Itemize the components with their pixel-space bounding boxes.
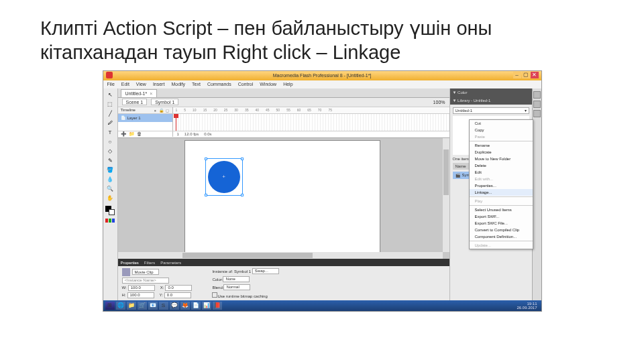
instance-name-field[interactable]: <Instance Name> — [122, 278, 169, 284]
menu-edit[interactable]: Edit — [121, 82, 129, 86]
height-field[interactable]: 100.0 — [127, 292, 154, 298]
color-panel-header[interactable]: ▼ Color — [450, 88, 532, 97]
time-display: 0.0s — [204, 132, 211, 136]
layer-name: Layer 1 — [127, 116, 141, 120]
blend-label: Blend: — [212, 285, 223, 289]
layer-tool-button[interactable]: ➕ — [121, 131, 127, 137]
ctx-copy[interactable]: Copy — [470, 127, 533, 133]
menu-modify[interactable]: Modify — [171, 82, 185, 86]
dock-icon[interactable] — [533, 101, 541, 108]
ctx-move-to-new-folder[interactable]: Move to New Folder — [470, 156, 533, 162]
tool-button[interactable]: ✋ — [105, 194, 115, 202]
taskbar-icon[interactable]: 📧 — [148, 302, 158, 310]
ctx-component-definition-[interactable]: Component Definition... — [470, 233, 533, 240]
w-label: W: — [122, 286, 127, 290]
ctx-paste: Paste — [470, 133, 533, 140]
ctx-select-unused-items[interactable]: Select Unused Items — [470, 206, 533, 213]
taskbar-icon[interactable]: 🦊 — [180, 302, 190, 310]
symbol-button[interactable]: Symbol 1 — [151, 99, 178, 105]
taskbar-clock[interactable]: 19:1126.09.2017 — [517, 302, 539, 310]
width-field[interactable]: 100.0 — [128, 285, 155, 291]
zoom-value[interactable]: 100% — [433, 100, 445, 105]
layer-tool-button[interactable]: 📁 — [129, 131, 135, 137]
taskbar-icon[interactable]: 🛒 — [138, 302, 147, 310]
props-tab[interactable]: Parameters — [160, 261, 181, 265]
taskbar-icon[interactable]: 📄 — [191, 302, 201, 310]
timeline-frames[interactable] — [173, 114, 449, 131]
menu-window[interactable]: Window — [260, 82, 276, 86]
ctx-linkage-[interactable]: Linkage... — [470, 189, 533, 196]
tool-button[interactable]: ╱ — [105, 110, 115, 118]
ctx-delete[interactable]: Delete — [470, 162, 533, 169]
dock-icon[interactable] — [533, 91, 541, 99]
ctx-duplicate[interactable]: Duplicate — [470, 149, 533, 156]
timeline-ruler[interactable]: 151015202530354045505560657075 — [173, 107, 449, 113]
stage-area[interactable]: + — [118, 138, 449, 259]
color-label: Color: — [212, 277, 223, 281]
window-titlebar[interactable]: Macromedia Flash Professional 8 - [Untit… — [103, 71, 541, 80]
tool-button[interactable]: ◇ — [105, 147, 115, 156]
timeline-layer[interactable]: Layer 1 — [118, 114, 172, 122]
menu-commands[interactable]: Commands — [207, 82, 231, 86]
library-doc-dropdown[interactable]: Untitled-1▾ — [453, 107, 529, 114]
ctx-export-swf-[interactable]: Export SWF... — [470, 213, 533, 220]
minimize-button[interactable]: – — [513, 72, 521, 78]
color-swatch[interactable] — [105, 206, 115, 215]
color-dropdown[interactable]: None — [223, 276, 250, 282]
tool-button[interactable]: 🔍 — [105, 185, 115, 193]
playhead-icon[interactable] — [176, 114, 176, 131]
menu-help[interactable]: Help — [283, 82, 292, 86]
h-label: H: — [122, 293, 126, 297]
taskbar-icon[interactable]: 📊 — [202, 302, 211, 310]
tool-button[interactable]: 💧 — [105, 176, 115, 184]
maximize-button[interactable]: ▢ — [522, 72, 530, 78]
taskbar-icon[interactable]: 💬 — [170, 302, 179, 310]
library-panel-header[interactable]: ▼ Library - Untitled-1 — [450, 97, 532, 105]
tool-button[interactable]: ↖ — [105, 91, 115, 99]
menu-control[interactable]: Control — [238, 82, 254, 86]
taskbar-icon[interactable]: 🌐 — [116, 302, 125, 310]
layer-tool-button[interactable]: 🗑 — [137, 131, 142, 137]
taskbar-icon[interactable]: S — [159, 302, 168, 310]
chevron-down-icon: ▾ — [525, 108, 527, 113]
x-field[interactable]: 0.0 — [165, 285, 192, 291]
h-scrollbar[interactable] — [118, 252, 443, 259]
y-field[interactable]: 0.0 — [164, 292, 191, 298]
close-icon[interactable]: × — [147, 91, 152, 96]
props-tab[interactable]: Filters — [144, 261, 155, 265]
scene-button[interactable]: Scene 1 — [122, 99, 148, 105]
props-tab[interactable]: Properties — [121, 261, 139, 265]
tool-button[interactable]: 🪣 — [105, 166, 115, 174]
slide-title: Клипті Action Script – пен байланыстыру … — [0, 0, 644, 70]
taskbar-icon[interactable]: ⊞ — [105, 302, 115, 310]
col-name: Name — [455, 164, 466, 168]
tool-button[interactable]: ⬚ — [105, 101, 115, 109]
ctx-rename[interactable]: Rename — [470, 142, 533, 149]
close-button[interactable]: ✕ — [531, 72, 539, 78]
dock-icon[interactable] — [533, 110, 541, 117]
instance-of-value: Symbol 1 — [234, 269, 251, 273]
symbol-type-dropdown[interactable]: Movie Clip — [132, 269, 159, 275]
tool-button[interactable]: T — [105, 129, 115, 137]
doc-tab[interactable]: Untitled-1* × — [121, 89, 158, 97]
menu-insert[interactable]: Insert — [153, 82, 165, 86]
ctx-convert-to-compiled-clip[interactable]: Convert to Compiled Clip — [470, 227, 533, 233]
ctx-cut[interactable]: Cut — [470, 120, 533, 127]
swap-button[interactable]: Swap... — [252, 268, 279, 274]
blend-dropdown[interactable]: Normal — [223, 284, 250, 290]
v-scrollbar[interactable] — [443, 138, 449, 252]
ctx-properties-[interactable]: Properties... — [470, 182, 533, 189]
ctx-export-swc-file-[interactable]: Export SWC File... — [470, 220, 533, 227]
tool-button[interactable]: ✎ — [105, 157, 115, 165]
menu-file[interactable]: File — [107, 82, 115, 86]
tool-button[interactable]: ○ — [105, 138, 115, 146]
taskbar-icon[interactable]: 📕 — [213, 302, 222, 310]
menu-text[interactable]: Text — [192, 82, 201, 86]
movieclip-instance[interactable]: + — [208, 161, 240, 193]
tool-button[interactable]: 🖉 — [105, 119, 115, 127]
ctx-edit[interactable]: Edit — [470, 169, 533, 176]
taskbar-icon[interactable]: 📁 — [127, 302, 136, 310]
context-menu: CutCopyPasteRenameDuplicateMove to New F… — [469, 119, 533, 249]
menu-view[interactable]: View — [136, 82, 146, 86]
library-doc-name: Untitled-1 — [455, 109, 473, 113]
